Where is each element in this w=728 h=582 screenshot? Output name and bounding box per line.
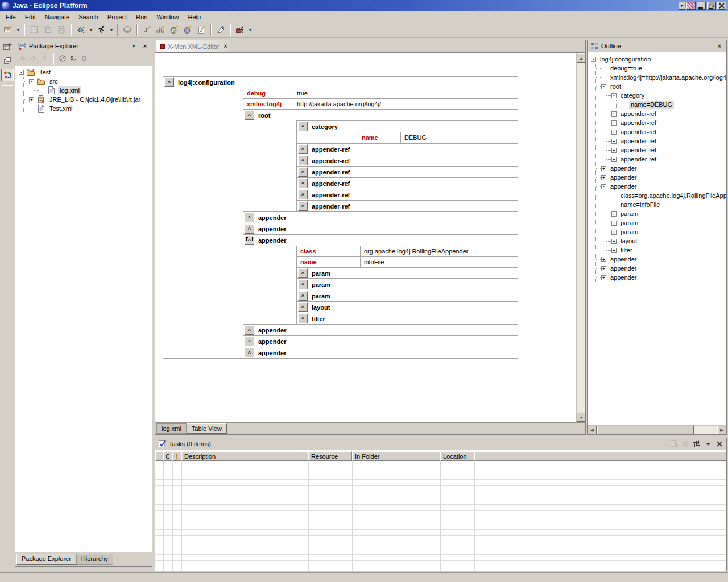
- tree-item[interactable]: Test.xml: [29, 104, 152, 113]
- menu-search[interactable]: Search: [74, 13, 103, 22]
- debug-dropdown[interactable]: ▾: [88, 23, 94, 36]
- open-perspective-button[interactable]: [1, 40, 14, 53]
- collapse-button[interactable]: ^: [298, 314, 308, 323]
- filters-button[interactable]: [58, 54, 67, 63]
- tree-item[interactable]: -src: [29, 77, 152, 86]
- delete-task-button[interactable]: [681, 439, 690, 448]
- outline-horizontal-scrollbar[interactable]: ◀ ▶: [588, 425, 726, 434]
- menu-window[interactable]: Window: [152, 13, 183, 22]
- new-java-project-button[interactable]: J: [140, 23, 154, 36]
- tree-item[interactable]: +appender-ref: [611, 155, 726, 164]
- scroll-up-icon[interactable]: ▲: [577, 53, 585, 63]
- title-bar[interactable]: Java - Eclipse Platform: [0, 0, 728, 11]
- close-icon[interactable]: ×: [715, 41, 724, 51]
- expand-icon[interactable]: +: [611, 120, 617, 126]
- attribute-value[interactable]: org.apache.log4j.RollingFileAppender: [361, 246, 518, 256]
- tree-item[interactable]: -appender: [601, 182, 726, 191]
- collapse-button[interactable]: ^: [245, 213, 254, 222]
- collapse-icon[interactable]: -: [601, 84, 606, 89]
- new-task-button[interactable]: [669, 439, 679, 448]
- restore-button[interactable]: [707, 2, 716, 10]
- link-editor-button[interactable]: [80, 54, 89, 63]
- expand-icon[interactable]: +: [611, 230, 617, 235]
- expand-icon[interactable]: +: [29, 97, 34, 102]
- editor-vertical-scrollbar[interactable]: ▲ ▼: [576, 53, 585, 422]
- tree-item[interactable]: +appender-ref: [611, 136, 726, 146]
- column-header-marker[interactable]: [155, 451, 163, 461]
- page-tab-table-view[interactable]: Table View: [187, 423, 227, 434]
- print-button[interactable]: [55, 23, 68, 36]
- menu-navigate[interactable]: Navigate: [40, 13, 74, 22]
- debug-button[interactable]: [74, 23, 88, 36]
- new-wizard-dropdown[interactable]: ▾: [15, 23, 22, 36]
- show-source-button[interactable]: S: [69, 54, 78, 63]
- collapse-button[interactable]: ^: [245, 224, 254, 234]
- tree-item[interactable]: +appender: [601, 173, 726, 182]
- editor-tab-xmen-xml-editor[interactable]: X-Men XML-Editor ×: [156, 40, 231, 52]
- expand-icon[interactable]: +: [611, 148, 617, 153]
- column-header-Resource[interactable]: Resource: [308, 451, 352, 461]
- collapse-icon[interactable]: -: [29, 79, 34, 84]
- tree-item[interactable]: -category: [611, 91, 726, 100]
- menu-file[interactable]: File: [1, 13, 20, 22]
- menu-run[interactable]: Run: [131, 13, 152, 22]
- tree-item[interactable]: +filter: [611, 246, 726, 255]
- column-header-![interactable]: !: [172, 451, 181, 461]
- tree-item[interactable]: +JRE_LIB - C:\jdk1.4.0\jre\lib\rt.jar: [29, 95, 152, 104]
- new-interface-button[interactable]: I: [181, 23, 195, 36]
- expand-icon[interactable]: +: [611, 221, 617, 226]
- tree-item[interactable]: +appender: [601, 255, 726, 264]
- resource-perspective-button[interactable]: [1, 55, 14, 67]
- tree-item[interactable]: +appender-ref: [611, 127, 726, 136]
- collapse-icon[interactable]: -: [591, 57, 596, 62]
- collapse-button[interactable]: ^: [298, 302, 308, 312]
- view-menu-button[interactable]: [704, 439, 713, 448]
- attribute-value[interactable]: http://jakarta.apache.org/log4j/: [293, 99, 518, 109]
- view-menu-icon[interactable]: ▾: [129, 41, 138, 51]
- collapse-button[interactable]: ^: [298, 268, 308, 278]
- menu-project[interactable]: Project: [103, 13, 131, 22]
- collapse-button[interactable]: ^: [245, 325, 254, 335]
- run-button[interactable]: [94, 23, 108, 36]
- column-header-In Folder[interactable]: In Folder: [352, 451, 440, 461]
- expand-icon[interactable]: +: [601, 166, 606, 171]
- tree-item[interactable]: +param: [611, 209, 726, 218]
- new-wizard-button[interactable]: [1, 23, 15, 36]
- scroll-down-icon[interactable]: ▼: [577, 413, 585, 422]
- new-package-button[interactable]: [154, 23, 167, 36]
- collapse-button[interactable]: ^: [298, 167, 308, 177]
- external-tools-button[interactable]: [233, 23, 247, 36]
- collapse-button[interactable]: ^: [245, 110, 254, 120]
- tree-item[interactable]: -log4j:configuration: [591, 55, 726, 64]
- expand-icon[interactable]: +: [611, 239, 617, 244]
- tree-item[interactable]: +appender-ref: [611, 109, 726, 118]
- tree-item[interactable]: +param: [611, 218, 726, 227]
- up-button[interactable]: [40, 54, 49, 63]
- collapse-button[interactable]: ^: [298, 201, 308, 211]
- back-button[interactable]: [18, 54, 27, 63]
- attribute-value[interactable]: infoFile: [361, 257, 518, 267]
- collapse-button[interactable]: ^: [298, 156, 308, 165]
- collapse-button[interactable]: ^: [298, 280, 308, 289]
- collapse-button[interactable]: ^: [298, 122, 308, 131]
- filter-button[interactable]: [692, 439, 701, 448]
- expand-icon[interactable]: +: [601, 257, 606, 262]
- tree-item[interactable]: -JTest: [19, 68, 152, 77]
- save-all-button[interactable]: [41, 23, 55, 36]
- java-perspective-button[interactable]: J: [1, 69, 14, 81]
- tasks-table-body[interactable]: [155, 461, 726, 571]
- close-button[interactable]: [717, 2, 726, 10]
- expand-icon[interactable]: +: [611, 139, 617, 144]
- close-view-button[interactable]: [715, 439, 724, 448]
- view-tab-hierarchy[interactable]: Hierarchy: [76, 554, 113, 565]
- session-pattern-button[interactable]: [686, 2, 696, 10]
- expand-icon[interactable]: +: [611, 111, 617, 117]
- expand-icon[interactable]: +: [611, 157, 617, 162]
- tree-item[interactable]: +appender-ref: [611, 146, 726, 155]
- tree-item[interactable]: +layout: [611, 236, 726, 246]
- tree-item[interactable]: class=org.apache.log4j.RollingFileAppend…: [611, 191, 726, 200]
- column-header-C[interactable]: C: [163, 451, 172, 461]
- column-header-Description[interactable]: Description: [181, 451, 308, 461]
- close-icon[interactable]: ×: [224, 43, 227, 49]
- menu-edit[interactable]: Edit: [20, 13, 40, 22]
